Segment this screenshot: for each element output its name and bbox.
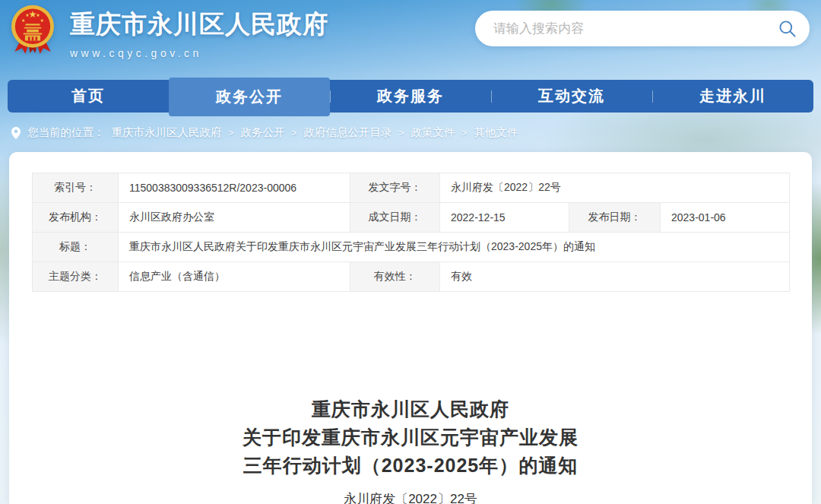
svg-text:★: ★ bbox=[40, 17, 45, 23]
nav-item-label: 政务公开 bbox=[216, 87, 283, 107]
meta-value-title: 重庆市永川区人民政府关于印发重庆市永川区元宇宙产业发展三年行动计划（2023-2… bbox=[119, 233, 790, 262]
nav-item-gov-info[interactable]: 政务公开 bbox=[169, 78, 330, 116]
nav-item-about-yongchuan[interactable]: 走进永川 bbox=[652, 80, 813, 113]
svg-text:★: ★ bbox=[21, 17, 26, 23]
meta-value-validity: 有效 bbox=[440, 262, 790, 292]
meta-value-doc-no: 永川府发〔2022〕22号 bbox=[440, 173, 790, 203]
document-title: 重庆市永川区人民政府 关于印发重庆市永川区元宇宙产业发展 三年行动计划（2023… bbox=[9, 395, 812, 480]
svg-text:★: ★ bbox=[36, 12, 40, 17]
meta-row-2: 发布机构： 永川区政府办公室 成文日期： 2022-12-15 发布日期： 20… bbox=[33, 203, 790, 233]
nav-item-home[interactable]: 首页 bbox=[8, 80, 169, 113]
meta-value-category: 信息产业（含通信） bbox=[119, 262, 350, 292]
breadcrumb-item-policy-files[interactable]: 政策文件 bbox=[411, 125, 455, 140]
svg-text:★: ★ bbox=[25, 12, 30, 17]
breadcrumb-item-other-files[interactable]: 其他文件 bbox=[474, 125, 518, 140]
national-emblem-icon: ★ ★ ★ ★ ★ bbox=[6, 2, 59, 59]
meta-row-1: 索引号： 11500383009336512R/2023-00006 发文字号：… bbox=[33, 173, 790, 203]
page: ★ ★ ★ ★ ★ 重庆市永川区人民政府 bbox=[0, 0, 821, 504]
site-brand: 重庆市永川区人民政府 www.cqyc.gov.cn bbox=[70, 8, 328, 59]
main-nav: 首页 政务公开 政务服务 互动交流 走进永川 bbox=[8, 80, 813, 113]
meta-label-index: 索引号： bbox=[33, 173, 119, 203]
meta-row-3: 标题： 重庆市永川区人民政府关于印发重庆市永川区元宇宙产业发展三年行动计划（20… bbox=[33, 233, 790, 262]
breadcrumb-item-info-directory[interactable]: 政府信息公开目录 bbox=[304, 125, 392, 140]
site-header: ★ ★ ★ ★ ★ 重庆市永川区人民政府 bbox=[0, 0, 821, 80]
meta-label-published: 发布日期： bbox=[569, 203, 661, 233]
search-input[interactable] bbox=[475, 11, 810, 46]
breadcrumb: 您当前的位置： 重庆市永川区人民政府 > 政务公开 > 政府信息公开目录 > 政… bbox=[11, 125, 518, 140]
breadcrumb-separator: > bbox=[399, 128, 404, 138]
meta-label-doc-no: 发文字号： bbox=[350, 173, 440, 203]
breadcrumb-item-home[interactable]: 重庆市永川区人民政府 bbox=[112, 125, 222, 140]
meta-value-org: 永川区政府办公室 bbox=[119, 203, 350, 233]
breadcrumb-separator: > bbox=[462, 128, 468, 138]
nav-item-label: 走进永川 bbox=[699, 86, 766, 106]
content-card: 索引号： 11500383009336512R/2023-00006 发文字号：… bbox=[9, 152, 812, 504]
document-title-line2: 关于印发重庆市永川区元宇宙产业发展 bbox=[9, 423, 812, 452]
site-title: 重庆市永川区人民政府 bbox=[70, 8, 328, 42]
breadcrumb-separator: > bbox=[292, 128, 297, 138]
document-number: 永川府发〔2022〕22号 bbox=[9, 490, 812, 504]
site-url: www.cqyc.gov.cn bbox=[70, 47, 328, 59]
breadcrumb-separator: > bbox=[229, 128, 234, 138]
doc-meta-table: 索引号： 11500383009336512R/2023-00006 发文字号：… bbox=[32, 173, 790, 292]
search-box bbox=[475, 11, 810, 46]
location-pin-icon bbox=[11, 127, 21, 139]
breadcrumb-item-gov-info[interactable]: 政务公开 bbox=[241, 125, 285, 140]
meta-value-index: 11500383009336512R/2023-00006 bbox=[119, 173, 350, 203]
meta-value-written: 2022-12-15 bbox=[440, 203, 569, 233]
nav-item-gov-services[interactable]: 政务服务 bbox=[330, 80, 491, 113]
meta-label-validity: 有效性： bbox=[350, 262, 440, 292]
meta-label-org: 发布机构： bbox=[33, 203, 119, 233]
document-title-line3: 三年行动计划（2023-2025年）的通知 bbox=[9, 452, 812, 480]
national-emblem-logo[interactable]: ★ ★ ★ ★ ★ bbox=[6, 2, 59, 59]
meta-label-title: 标题： bbox=[33, 233, 119, 262]
meta-label-category: 主题分类： bbox=[33, 262, 119, 292]
meta-label-written: 成文日期： bbox=[350, 203, 440, 233]
meta-value-published: 2023-01-06 bbox=[661, 203, 790, 233]
breadcrumb-prefix: 您当前的位置： bbox=[27, 125, 105, 140]
nav-item-label: 互动交流 bbox=[538, 86, 605, 106]
nav-item-interaction[interactable]: 互动交流 bbox=[491, 80, 652, 113]
search-icon[interactable] bbox=[777, 18, 797, 39]
nav-item-label: 首页 bbox=[71, 86, 105, 106]
document-heading: 重庆市永川区人民政府 关于印发重庆市永川区元宇宙产业发展 三年行动计划（2023… bbox=[9, 395, 812, 504]
document-title-line1: 重庆市永川区人民政府 bbox=[9, 395, 812, 423]
nav-item-label: 政务服务 bbox=[377, 86, 444, 106]
meta-row-4: 主题分类： 信息产业（含通信） 有效性： 有效 bbox=[33, 262, 790, 292]
